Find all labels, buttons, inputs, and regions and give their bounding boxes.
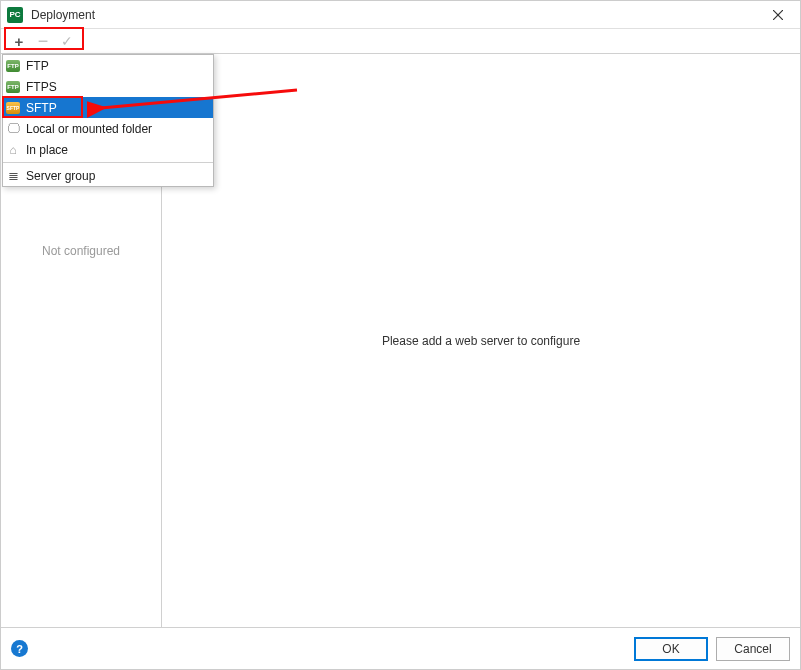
ok-button[interactable]: OK <box>634 637 708 661</box>
dropdown-item-label: Local or mounted folder <box>26 122 152 136</box>
dropdown-item-local-folder[interactable]: 🖵 Local or mounted folder <box>3 118 213 139</box>
main-panel: Please add a web server to configure <box>162 54 800 627</box>
help-button[interactable]: ? <box>11 640 28 657</box>
app-icon: PC <box>7 7 23 23</box>
dropdown-item-ftps[interactable]: FTP FTPS <box>3 76 213 97</box>
toolbar: + − ✓ <box>1 29 800 54</box>
dropdown-item-label: In place <box>26 143 68 157</box>
server-group-icon: ≣ <box>5 168 21 184</box>
home-icon: ⌂ <box>5 142 21 158</box>
sftp-icon: SFTP <box>5 100 21 116</box>
title-bar: PC Deployment <box>1 1 800 29</box>
dropdown-separator <box>3 162 213 163</box>
dropdown-item-label: SFTP <box>26 101 57 115</box>
remove-button: − <box>31 31 55 51</box>
cancel-button[interactable]: Cancel <box>716 637 790 661</box>
close-icon <box>773 10 783 20</box>
window-title: Deployment <box>31 8 762 22</box>
sidebar-placeholder: Not configured <box>42 244 120 258</box>
footer: ? OK Cancel <box>1 627 800 669</box>
main-message: Please add a web server to configure <box>382 334 580 348</box>
dropdown-item-server-group[interactable]: ≣ Server group <box>3 165 213 186</box>
folder-icon: 🖵 <box>5 121 21 137</box>
server-type-dropdown: FTP FTP FTP FTPS SFTP SFTP 🖵 Local or mo… <box>2 54 214 187</box>
add-button[interactable]: + <box>7 31 31 51</box>
dropdown-item-label: FTPS <box>26 80 57 94</box>
apply-button: ✓ <box>55 31 79 51</box>
dropdown-item-label: Server group <box>26 169 95 183</box>
dropdown-item-ftp[interactable]: FTP FTP <box>3 55 213 76</box>
ftp-icon: FTP <box>5 58 21 74</box>
dropdown-item-sftp[interactable]: SFTP SFTP <box>3 97 213 118</box>
ftp-icon: FTP <box>5 79 21 95</box>
dropdown-item-label: FTP <box>26 59 49 73</box>
dropdown-item-in-place[interactable]: ⌂ In place <box>3 139 213 160</box>
close-button[interactable] <box>762 3 794 27</box>
